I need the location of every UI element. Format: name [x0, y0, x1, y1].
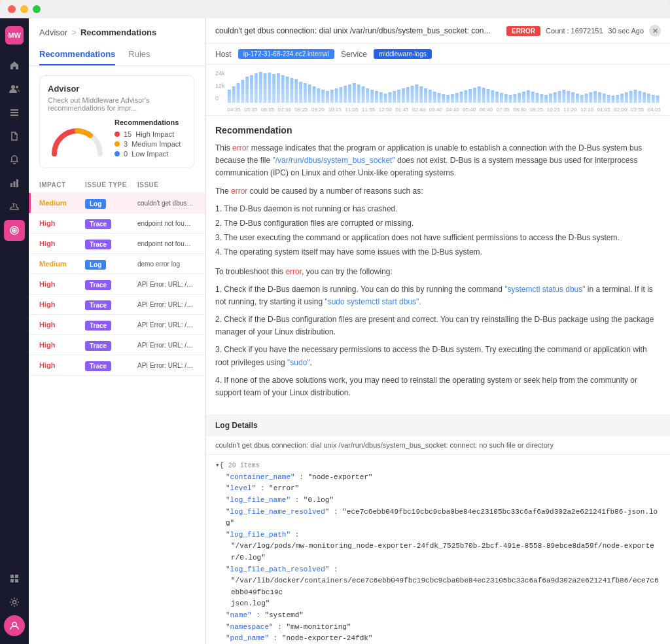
- tab-rules[interactable]: Rules: [128, 44, 150, 65]
- issue-text: couldn't get dbus connection: dial u...: [137, 200, 194, 207]
- svg-rect-63: [432, 92, 436, 103]
- col-impact: IMPACT: [39, 181, 85, 188]
- rec-low-label: Low Impact: [132, 150, 168, 158]
- svg-rect-29: [281, 75, 284, 103]
- json-viewer: ▾{ 20 items "container_name" : "node-exp…: [206, 455, 670, 644]
- svg-rect-31: [290, 78, 293, 103]
- json-field: "log_file_path" :: [226, 529, 661, 541]
- issue-row[interactable]: High Trace API Error: URL: /custom-ws/su…: [29, 315, 205, 335]
- nav-icon-home[interactable]: [4, 55, 25, 76]
- rec-section: Recommendation This error message indica…: [206, 116, 670, 644]
- svg-rect-14: [15, 579, 18, 582]
- app-container: MW: [0, 18, 670, 644]
- window-chrome: [0, 0, 670, 18]
- host-label: Host: [215, 50, 232, 59]
- svg-rect-30: [285, 77, 289, 103]
- chart-y-max: 24k: [215, 70, 225, 77]
- svg-rect-93: [567, 91, 570, 103]
- svg-rect-64: [437, 93, 440, 103]
- json-fields: "container_name" : "node-exporter" "leve…: [215, 472, 661, 644]
- svg-rect-110: [643, 92, 646, 103]
- impact-medium: Medium: [39, 260, 85, 268]
- rec-medium-count: 3: [124, 140, 128, 148]
- impact-high: High: [39, 219, 85, 227]
- issue-row[interactable]: High Trace API Error: URL: /custom-ws/su…: [29, 355, 205, 376]
- logo-text: MW: [8, 31, 21, 39]
- svg-rect-38: [321, 90, 325, 103]
- svg-rect-107: [629, 91, 632, 103]
- chart-y-mid: 12k: [215, 82, 225, 89]
- badge-trace: Trace: [85, 240, 111, 249]
- maximize-dot[interactable]: [33, 5, 41, 13]
- svg-rect-85: [531, 92, 534, 103]
- nav-icon-list[interactable]: [4, 102, 25, 123]
- json-field-value: "/var/log/pods/mw-monitoring_node-export…: [226, 541, 661, 564]
- svg-rect-12: [15, 575, 18, 578]
- nav-icon-avatar[interactable]: [4, 615, 25, 636]
- issue-text: endpoint not found: /api/v1: [137, 240, 194, 247]
- impact-high: High: [39, 300, 85, 308]
- badge-log: Log: [85, 260, 106, 270]
- rec-solution-1: 1. Check if the D-Bus daemon is running.…: [215, 283, 661, 308]
- svg-rect-108: [633, 90, 637, 103]
- rec-low-count: 0: [124, 150, 128, 158]
- issue-row[interactable]: Medium Log couldn't get dbus connection:…: [29, 193, 205, 213]
- badge-trace: Trace: [85, 219, 111, 229]
- nav-icon-target[interactable]: [4, 220, 25, 241]
- impact-high: High: [39, 240, 85, 247]
- issue-row[interactable]: High Trace API Error: URL: /custom-ws/su…: [29, 295, 205, 315]
- close-dot[interactable]: [8, 5, 16, 13]
- svg-rect-51: [379, 92, 382, 103]
- svg-rect-99: [593, 91, 597, 103]
- rec-dot-medium: [115, 141, 120, 147]
- nav-icon-hand[interactable]: [4, 196, 25, 217]
- rec-reasons-list: 1. The D-Bus daemon is not running or ha…: [215, 203, 661, 259]
- rec-dot-high: [115, 132, 120, 137]
- svg-rect-59: [415, 84, 418, 103]
- left-nav: MW: [0, 18, 29, 644]
- issue-text: endpoint not found: /api/v1/apm/pr...: [137, 220, 194, 227]
- svg-rect-72: [473, 88, 476, 103]
- svg-rect-70: [464, 90, 467, 103]
- issue-row[interactable]: High Trace endpoint not found: /api/v1: [29, 234, 205, 254]
- svg-rect-105: [620, 94, 624, 103]
- svg-rect-32: [294, 79, 298, 103]
- badge-trace: Trace: [85, 300, 111, 310]
- issues-table-header: IMPACT ISSUE TYPE ISSUE: [29, 177, 205, 193]
- svg-rect-109: [638, 91, 641, 103]
- issue-row[interactable]: High Trace endpoint not found: /api/v1/a…: [29, 213, 205, 234]
- nav-icon-chart[interactable]: [4, 173, 25, 194]
- minimize-dot[interactable]: [20, 5, 28, 13]
- badge-trace: Trace: [85, 321, 111, 331]
- impact-medium: Medium: [39, 199, 85, 207]
- tab-recommendations[interactable]: Recommendations: [39, 44, 115, 65]
- svg-rect-81: [513, 94, 516, 103]
- nav-icon-users[interactable]: [4, 79, 25, 99]
- svg-rect-67: [451, 94, 454, 103]
- svg-rect-106: [624, 92, 627, 103]
- svg-rect-24: [258, 72, 262, 103]
- issue-row[interactable]: High Trace API Error: URL: /custom-ws/su…: [29, 335, 205, 355]
- svg-rect-27: [272, 74, 275, 103]
- nav-icon-settings[interactable]: [4, 592, 25, 613]
- rec-solution-2: 2. Check if the D-Bus configuration file…: [215, 313, 661, 338]
- svg-rect-65: [442, 94, 445, 103]
- svg-rect-62: [428, 90, 431, 103]
- status-badge: ERROR: [506, 26, 540, 36]
- rec-high-label: High Impact: [135, 130, 174, 138]
- badge-trace: Trace: [85, 361, 111, 371]
- nav-logo[interactable]: MW: [5, 26, 24, 45]
- nav-icon-file[interactable]: [4, 126, 25, 147]
- log-details-header: Log Details: [206, 416, 670, 436]
- close-button[interactable]: ✕: [649, 25, 661, 37]
- json-field: "log_file_name" : "0.log": [226, 495, 661, 507]
- issue-text: API Error: URL: /custom-ws/subscri...: [137, 362, 194, 369]
- nav-icon-grid[interactable]: [4, 568, 25, 589]
- issue-row[interactable]: High Trace API Error: URL: /custom-ws/su…: [29, 274, 205, 295]
- rec-content: Recommendation This error message indica…: [206, 116, 670, 416]
- svg-rect-112: [651, 95, 654, 103]
- issue-row[interactable]: Medium Log demo error log: [29, 254, 205, 274]
- svg-rect-91: [557, 91, 561, 103]
- nav-icon-bell[interactable]: [4, 149, 25, 170]
- svg-rect-39: [326, 91, 329, 103]
